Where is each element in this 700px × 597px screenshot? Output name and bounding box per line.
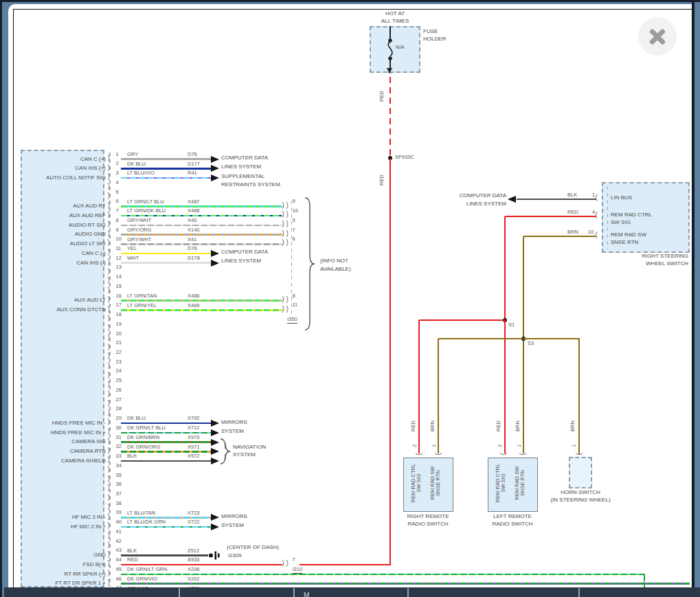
pin-number: 22 [116, 350, 122, 355]
wire-32 [121, 451, 211, 453]
i350-pin-number: 6 [293, 236, 295, 242]
pin-signal-label: CAN IHS (-) [16, 260, 106, 267]
pin-number: 31 [116, 435, 122, 440]
steering-pin-label: SW SIG [611, 220, 631, 226]
left-pin-arc: ) [108, 173, 110, 180]
wire [419, 319, 506, 322]
wire-color-label: LT BLU/DK GRN [127, 519, 166, 525]
arrow-right-icon [211, 439, 219, 446]
wire-color-label: BRN [567, 229, 578, 235]
left-pin-arc: ) [108, 268, 110, 275]
pin-number: 41 [116, 529, 122, 534]
switch-pin-label-line: SNSE RTN [520, 466, 526, 500]
info-note: (INFO NOT [320, 258, 348, 264]
pin-signal-label: AUX AUD RT [16, 203, 106, 210]
fuse-value: N/A [396, 45, 405, 50]
system-label: MIRRORS [221, 514, 247, 520]
left-pin-arc: ) [108, 315, 110, 322]
pin-signal-label: AUDIO GND [16, 232, 106, 238]
pin-signal-label: CAMERA RTN [16, 449, 106, 455]
wire-color-label: BLK [567, 192, 577, 198]
splice-label: SP933C [395, 155, 414, 160]
steering-pin-number: 4 [592, 210, 595, 215]
wire-color-label: GRY [127, 152, 138, 157]
left-pin-arc: ) [108, 494, 110, 501]
wire-color-label: LT BLU/TAN [127, 510, 155, 516]
box-pin-cup: ) [519, 453, 526, 455]
circuit-code: D178 [188, 256, 200, 261]
rem-rad-sw-wire [523, 236, 525, 453]
pin-signal-label: HF MIC 2 IN - [16, 515, 106, 521]
splice-label: S1 [508, 322, 515, 328]
close-button[interactable] [638, 17, 677, 56]
i350-dash-line [291, 201, 292, 315]
left-pin-arc: ) [108, 560, 110, 567]
steering-switch-caption: WHEEL SWITCH [620, 261, 688, 267]
horn-switch-caption: HORN SWITCH [546, 490, 615, 496]
pin-signal-label: AUX AUD REF [16, 213, 106, 219]
pin-number: 18 [116, 312, 122, 317]
left-pin-arc: ) [108, 343, 110, 350]
wire-10 [121, 243, 282, 245]
i350-pin-arc: ) [282, 230, 284, 237]
arrow-right-icon [211, 156, 219, 163]
left-pin-arc: ) [108, 428, 110, 435]
wire-color-label: RED [411, 420, 416, 431]
switch-pin-label: REM RAD CTRLSW SIG [495, 464, 507, 502]
left-pin-arc: ) [108, 324, 110, 331]
wire-color-label: BRN [570, 420, 576, 431]
left-pin-arc: ) [108, 277, 110, 284]
i350-pin-number: 7 [293, 227, 295, 233]
fused-feed-wire-dashed [389, 77, 392, 157]
pin-number: 16 [116, 293, 122, 299]
table-header-bar-cropped[interactable]: M [4, 587, 700, 597]
remote-switch-caption: RADIO SWITCH [478, 521, 547, 528]
pin-signal-label: AUDIO RT SIG [16, 223, 106, 229]
pin-number: 17 [116, 302, 122, 308]
wire-color-label: GRY/WHT [127, 237, 151, 243]
pin-number: 9 [116, 227, 119, 233]
ground-icon [208, 550, 223, 561]
ground-location: (CENTER OF DASH) [227, 545, 279, 551]
system-label: RESTRAINTS SYSTEM [221, 182, 280, 188]
i350-pin-arc: ) [286, 230, 289, 237]
i310-pin-number: 7 [293, 557, 295, 563]
pin-number: 46 [116, 576, 122, 582]
wire-7 [121, 215, 282, 217]
switch-pin-label-line: SW SIG [501, 464, 506, 502]
system-label: SYSTEM [221, 429, 244, 435]
diagram-canvas: HOT ATALL TIMESFUSEHOLDERN/A)REDSP933CRE… [0, 0, 700, 597]
wire-45-drop [644, 574, 646, 588]
switch-pin-label-line: SNSE RTN [436, 466, 441, 500]
i350-pin-arc: ) [286, 211, 289, 218]
left-pin-arc: ) [108, 362, 110, 369]
ground-code: G309 [228, 553, 242, 559]
pin-number: 11 [116, 246, 122, 251]
hot-at-label: ALL TIMES [368, 19, 422, 25]
splice-label: S3 [528, 341, 534, 346]
wire-color-label: DK GRN/ORG [127, 444, 160, 450]
pin-number: 38 [116, 501, 122, 506]
circuit-code: X970 [188, 435, 200, 440]
i350-pin-arc: ) [286, 296, 289, 303]
switch-pin-label: REM RAD CTRLSW SIG [411, 464, 422, 502]
system-label: COMPUTER DATA [431, 193, 506, 199]
pin-number: 19 [116, 322, 122, 327]
wire-color-label: DK GRN/BRN [127, 435, 159, 440]
pin-number: 36 [116, 482, 122, 487]
steering-connector-dash [607, 186, 608, 249]
pin-signal-label: HNDS FREE MIC IN + [16, 430, 106, 436]
wire-1 [121, 158, 211, 160]
wire-color-label: GRY/WHT [127, 218, 151, 223]
pin-number: 6 [116, 199, 119, 204]
left-pin-arc: ) [108, 192, 110, 199]
wire-color-label: RED [127, 557, 138, 563]
system-label: NAVIGATION [233, 444, 266, 451]
circuit-code: X722 [188, 519, 200, 525]
switch-pin-number: 1 [517, 444, 522, 447]
left-pin-arc: ) [108, 372, 110, 379]
left-pin-arc: ) [108, 230, 110, 237]
pin-number: 25 [116, 378, 122, 383]
pin-signal-label: AUX AUD LT [16, 297, 106, 304]
left-pin-arc: ) [108, 334, 110, 341]
